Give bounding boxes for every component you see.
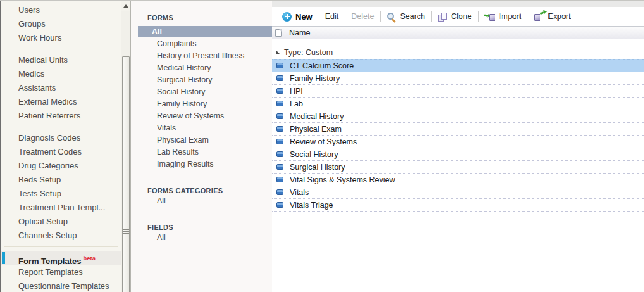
sidebar-item-label: Treatment Plan Templ... [18,203,105,212]
sidebar-item-label: Drug Categories [18,161,78,170]
form-row-name: Family History [290,74,340,83]
form-row-medical-history[interactable]: Medical History [272,110,644,122]
sidebar-item-drug-categories[interactable]: Drug Categories [1,159,121,173]
clone-button[interactable]: Clone [432,12,478,21]
list-end-divider [272,211,644,212]
toolbar-button-label: Search [400,12,425,21]
form-row-family-history[interactable]: Family History [272,72,644,84]
form-list: CT Calcium ScoreFamily HistoryHPILabMedi… [272,59,644,211]
filter-item-forms-imaging-results[interactable]: Imaging Results [131,158,272,170]
sidebar-item-label: Medical Units [18,55,68,65]
form-icon [276,189,283,195]
form-row-name: Lab [290,99,303,108]
green-arrow-icon [483,14,487,16]
filter-item-forms-social-history[interactable]: Social History [131,86,272,98]
sidebar-item-label: Patient Referrers [18,111,80,120]
sidebar-item-treatment-codes[interactable]: Treatment Codes [1,145,121,159]
sidebar-item-work-hours[interactable]: Work Hours [1,31,121,45]
toolbar-button-label: Edit [325,12,339,21]
form-row-physical-exam[interactable]: Physical Exam [272,122,644,135]
filter-item-forms-complaints[interactable]: Complaints [131,38,272,50]
form-row-name: Medical History [290,112,344,121]
toolbar-button-label: Export [548,12,571,21]
form-icon [276,177,283,182]
scrollbar-grip-icon [123,229,129,234]
filter-item-forms-all[interactable]: All [138,26,272,37]
form-row-name: Surgical History [290,163,345,172]
filter-item-forms-history-of-present-illness[interactable]: History of Present Illness [131,50,272,62]
filter-item-forms-vitals[interactable]: Vitals [131,122,272,134]
sidebar-item-label: Treatment Codes [18,147,82,156]
sidebar-item-medics[interactable]: Medics [1,67,121,81]
form-row-vitals[interactable]: Vitals [272,186,644,198]
form-row-name: Review of Systems [290,137,357,146]
sidebar-item-label: Medics [18,69,44,79]
sidebar-item-label: External Medics [18,97,77,106]
form-icon [276,151,283,157]
sidebar-item-beds-setup[interactable]: Beds Setup [1,173,121,187]
grid-header-icon-cell[interactable] [272,27,285,39]
sidebar-item-treatment-plan-templ[interactable]: Treatment Plan Templ... [1,201,121,215]
filter-section-title: FORMS [131,14,272,22]
form-row-name: Physical Exam [290,125,342,134]
search-button[interactable]: Search [381,12,431,22]
sidebar-item-external-medics[interactable]: External Medics [1,95,121,109]
filter-item-fields-all[interactable]: All [131,232,272,244]
sidebar-item-questionnaire-templates[interactable]: Questionnaire Templates [1,279,121,292]
filter-item-forms-lab-results[interactable]: Lab Results [131,146,272,158]
scrollbar-thumb[interactable] [122,56,130,292]
new-button[interactable]: New [276,12,319,22]
form-row-surgical-history[interactable]: Surgical History [272,160,644,173]
document-icon [275,29,282,37]
sidebar-nav: UsersGroupsWork HoursMedical UnitsMedics… [1,1,121,292]
sidebar-item-label: Optical Setup [18,217,68,226]
edit-button[interactable]: Edit [319,12,345,21]
filter-item-forms-review-of-systems[interactable]: Review of Systems [131,110,272,122]
form-row-review-of-systems[interactable]: Review of Systems [272,135,644,148]
sidebar-item-form-templates[interactable]: Form Templatesbeta [1,251,121,265]
form-row-lab[interactable]: Lab [272,97,644,110]
form-row-social-history[interactable]: Social History [272,148,644,160]
sidebar-item-diagnosis-codes[interactable]: Diagnosis Codes [1,131,121,145]
form-row-vital-signs-systems-review[interactable]: Vital Signs & Systems Review [272,173,644,186]
sidebar-item-users[interactable]: Users [1,3,121,17]
scrollbar-up-button[interactable] [121,1,130,11]
sidebar-item-report-templates[interactable]: Report Templates [1,265,121,279]
sidebar-item-patient-referrers[interactable]: Patient Referrers [1,109,121,123]
sidebar-item-assistants[interactable]: Assistants [1,81,121,95]
group-row[interactable]: Type: Custom [272,46,644,59]
form-icon [276,126,283,132]
filter-item-forms-family-history[interactable]: Family History [131,98,272,110]
toolbar-button-label: Clone [451,12,472,21]
sidebar-item-optical-setup[interactable]: Optical Setup [1,215,121,229]
filter-panel: FORMSAllComplaintsHistory of Present Ill… [131,1,272,292]
sidebar-item-tests-setup[interactable]: Tests Setup [1,187,121,201]
filter-item-forms-surgical-history[interactable]: Surgical History [131,74,272,86]
form-icon [276,139,283,144]
toolbar-button-label: Import [499,12,521,21]
sidebar-item-label: Channels Setup [18,231,77,240]
export-button[interactable]: Export [528,12,577,21]
sidebar-item-medical-units[interactable]: Medical Units [1,53,121,67]
form-row-name: Vital Signs & Systems Review [290,175,395,184]
form-row-ct-calcium-score[interactable]: CT Calcium Score [272,59,644,72]
toolbar: NewEditDeleteSearchCloneImportExport [272,7,644,26]
sidebar-item-channels-setup[interactable]: Channels Setup [1,229,121,243]
sidebar-item-groups[interactable]: Groups [1,17,121,31]
form-row-vitals-triage[interactable]: Vitals Triage [272,198,644,211]
grid-header: Name [272,26,644,39]
sidebar-item-label: Tests Setup [18,189,61,198]
filter-item-forms-physical-exam[interactable]: Physical Exam [131,134,272,146]
group-expand-icon[interactable] [276,51,280,54]
delete-button[interactable]: Delete [345,12,380,21]
sidebar-divider [4,49,118,49]
filter-item-forms-medical-history[interactable]: Medical History [131,62,272,74]
sidebar-scrollbar[interactable] [121,1,130,292]
filter-item-forms-categories-all[interactable]: All [131,195,272,207]
export-icon [534,12,544,21]
content-panel: NewEditDeleteSearchCloneImportExport Nam… [272,1,644,292]
import-button[interactable]: Import [479,12,528,21]
sidebar-item-label: Users [18,5,40,15]
form-row-hpi[interactable]: HPI [272,84,644,97]
grid-header-name-column[interactable]: Name [285,29,310,37]
